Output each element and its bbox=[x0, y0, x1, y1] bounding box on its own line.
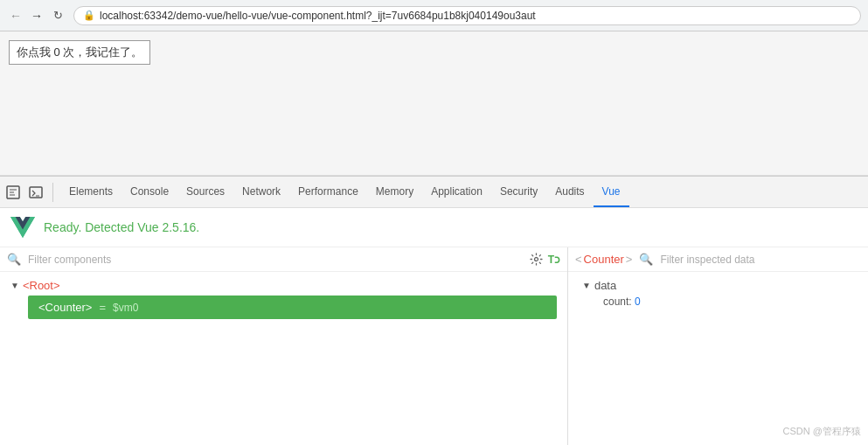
counter-tag: <Counter> bbox=[38, 301, 92, 314]
tab-vue[interactable]: Vue bbox=[594, 177, 629, 207]
left-panel: 🔍 Tↄ ▼ <Root> bbox=[0, 247, 568, 445]
inspected-component-label: <Counter> bbox=[575, 253, 632, 266]
right-toolbar: <Counter> 🔍 bbox=[568, 247, 868, 272]
address-bar[interactable]: 🔒 localhost:63342/demo-vue/hello-vue/vue… bbox=[73, 6, 861, 25]
vue-ready-text: Ready. Detected Vue 2.5.16. bbox=[44, 220, 199, 234]
right-angle: > bbox=[626, 253, 633, 266]
vue-main-panel: 🔍 Tↄ ▼ <Root> bbox=[0, 247, 868, 445]
data-expand-triangle: ▼ bbox=[582, 281, 591, 290]
vue-demo-button[interactable]: 你点我 0 次，我记住了。 bbox=[9, 40, 150, 65]
forward-button[interactable]: → bbox=[28, 7, 45, 24]
component-tree: ▼ <Root> <Counter> = $vm0 bbox=[0, 272, 567, 445]
data-header: ▼ data bbox=[582, 279, 854, 292]
left-toolbar-icons: Tↄ bbox=[530, 253, 560, 266]
page-content: 你点我 0 次，我记住了。 bbox=[0, 31, 868, 176]
url-text: localhost:63342/demo-vue/hello-vue/vue-c… bbox=[100, 10, 536, 22]
tab-console[interactable]: Console bbox=[122, 177, 177, 207]
left-angle: < bbox=[575, 253, 582, 266]
search-icon: 🔍 bbox=[7, 253, 21, 266]
data-label: data bbox=[594, 279, 616, 292]
vue-ready-bar: Ready. Detected Vue 2.5.16. bbox=[0, 208, 868, 247]
settings-icon-button[interactable] bbox=[530, 253, 543, 266]
vm-label: $vm0 bbox=[113, 302, 138, 314]
counter-node[interactable]: <Counter> = $vm0 bbox=[28, 296, 557, 319]
root-node[interactable]: ▼ <Root> bbox=[10, 279, 557, 292]
console-icon-button[interactable] bbox=[26, 183, 45, 202]
tab-security[interactable]: Security bbox=[491, 177, 546, 207]
svg-point-2 bbox=[534, 258, 538, 261]
equals-sign: = bbox=[99, 301, 106, 314]
tab-audits[interactable]: Audits bbox=[546, 177, 593, 207]
data-panel: ▼ data count: 0 bbox=[568, 272, 868, 318]
tab-elements[interactable]: Elements bbox=[60, 177, 122, 207]
tab-network[interactable]: Network bbox=[233, 177, 289, 207]
tab-memory[interactable]: Memory bbox=[367, 177, 422, 207]
count-key: count: bbox=[603, 296, 632, 308]
left-toolbar: 🔍 Tↄ bbox=[0, 247, 567, 272]
inspector-icon-button[interactable] bbox=[3, 183, 23, 202]
sort-icon-button[interactable]: Tↄ bbox=[548, 254, 560, 266]
data-section: ▼ data count: 0 bbox=[582, 279, 854, 308]
watermark: CSDN @管程序猿 bbox=[783, 425, 861, 438]
right-panel: <Counter> 🔍 ▼ data count: 0 bbox=[568, 247, 868, 445]
vue-logo-icon bbox=[10, 215, 35, 240]
lock-icon: 🔒 bbox=[83, 10, 95, 21]
filter-components-input[interactable] bbox=[28, 254, 523, 266]
devtools-icons bbox=[3, 183, 53, 202]
data-count-row: count: 0 bbox=[603, 296, 854, 308]
tab-performance[interactable]: Performance bbox=[289, 177, 367, 207]
filter-inspected-input[interactable] bbox=[660, 254, 861, 266]
tab-application[interactable]: Application bbox=[422, 177, 491, 207]
nav-buttons: ← → ↻ bbox=[7, 7, 66, 24]
tab-sources[interactable]: Sources bbox=[177, 177, 233, 207]
count-value: 0 bbox=[635, 296, 641, 308]
browser-chrome: ← → ↻ 🔒 localhost:63342/demo-vue/hello-v… bbox=[0, 0, 868, 31]
component-name: Counter bbox=[584, 253, 624, 266]
devtools-tabs: Elements Console Sources Network Perform… bbox=[60, 177, 629, 207]
devtools-toolbar: Elements Console Sources Network Perform… bbox=[0, 177, 868, 208]
devtools-panel: Elements Console Sources Network Perform… bbox=[0, 176, 868, 445]
root-tag: <Root> bbox=[23, 279, 60, 292]
refresh-button[interactable]: ↻ bbox=[49, 7, 66, 24]
expand-triangle: ▼ bbox=[10, 281, 19, 290]
back-button[interactable]: ← bbox=[7, 7, 24, 24]
right-search-icon: 🔍 bbox=[639, 253, 653, 266]
